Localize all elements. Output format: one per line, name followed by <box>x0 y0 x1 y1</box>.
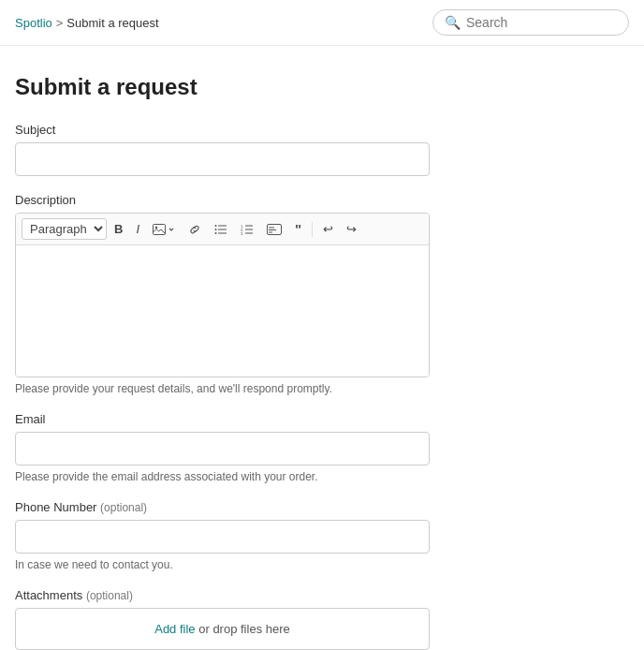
email-hint: Please provide the email address associa… <box>15 470 629 483</box>
subject-group: Subject <box>15 123 629 176</box>
phone-input[interactable] <box>15 520 430 554</box>
italic-button[interactable]: I <box>130 218 145 240</box>
numbered-list-button[interactable]: 1. 2. 3. <box>235 220 259 239</box>
description-hint: Please provide your request details, and… <box>15 382 629 395</box>
description-editor: Paragraph B I <box>15 213 430 377</box>
top-bar: Spotlio > Submit a request 🔍 <box>0 0 644 46</box>
description-label: Description <box>15 193 629 207</box>
search-icon: 🔍 <box>445 15 461 30</box>
description-body[interactable] <box>16 245 429 377</box>
undo-button[interactable]: ↩ <box>317 218 339 240</box>
email-group: Email Please provide the email address a… <box>15 412 629 483</box>
attachment-dropzone[interactable]: Add file or drop files here <box>15 608 430 650</box>
breadcrumb-current: Submit a request <box>66 16 158 30</box>
image-button[interactable] <box>147 220 181 239</box>
bullet-list-button[interactable] <box>209 220 233 239</box>
email-input[interactable] <box>15 432 430 465</box>
search-box: 🔍 <box>432 9 629 36</box>
email-label: Email <box>15 412 629 426</box>
subject-input[interactable] <box>15 142 430 176</box>
link-button[interactable] <box>183 219 207 240</box>
attachments-optional: (optional) <box>86 589 133 602</box>
search-input[interactable] <box>466 15 617 30</box>
phone-label: Phone Number (optional) <box>15 500 629 514</box>
toolbar-separator <box>312 222 313 237</box>
breadcrumb-separator: > <box>56 16 64 30</box>
add-file-link[interactable]: Add file <box>154 622 195 636</box>
phone-optional: (optional) <box>100 501 147 514</box>
subject-label: Subject <box>15 123 629 137</box>
attachment-or-text: or drop files here <box>196 622 290 636</box>
attachments-group: Attachments (optional) Add file or drop … <box>15 588 629 650</box>
bold-button[interactable]: B <box>109 218 128 240</box>
phone-group: Phone Number (optional) In case we need … <box>15 500 629 571</box>
editor-toolbar: Paragraph B I <box>16 214 429 245</box>
svg-text:3.: 3. <box>241 231 243 235</box>
description-group: Description Paragraph B I <box>15 193 629 395</box>
svg-point-3 <box>215 229 217 230</box>
quote-button[interactable]: " <box>289 217 307 241</box>
breadcrumb: Spotlio > Submit a request <box>15 16 159 30</box>
page-title: Submit a request <box>15 74 629 100</box>
code-block-button[interactable] <box>261 220 287 239</box>
svg-point-4 <box>215 232 217 234</box>
attachments-label: Attachments (optional) <box>15 588 629 602</box>
svg-point-2 <box>215 225 217 227</box>
redo-button[interactable]: ↪ <box>341 218 362 240</box>
paragraph-select[interactable]: Paragraph <box>22 218 107 240</box>
main-content: Submit a request Subject Description Par… <box>0 46 644 650</box>
breadcrumb-home[interactable]: Spotlio <box>15 16 52 30</box>
phone-hint: In case we need to contact you. <box>15 558 629 571</box>
svg-rect-0 <box>154 224 166 234</box>
